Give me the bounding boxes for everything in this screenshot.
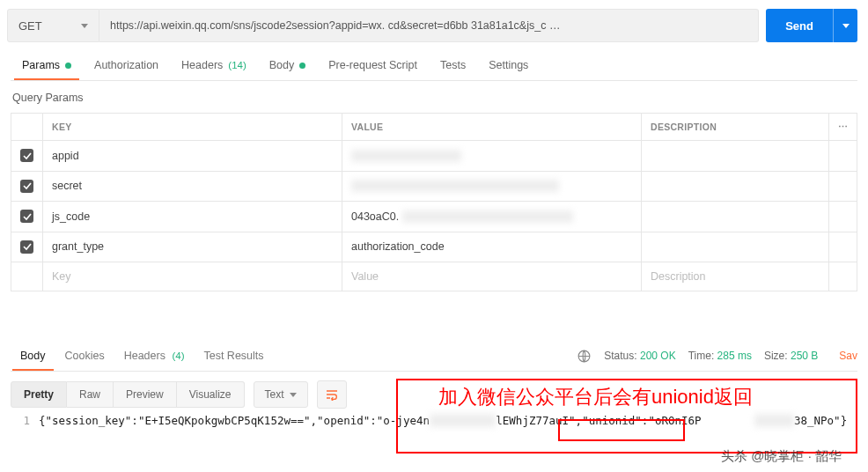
rtab-headers[interactable]: Headers (4) xyxy=(114,341,195,371)
size-block: Size: 250 B xyxy=(764,350,818,362)
highlight-box-outer xyxy=(396,379,857,454)
check-icon xyxy=(20,240,33,254)
table-row-new: Key Value Description xyxy=(11,262,857,291)
description-cell[interactable] xyxy=(642,232,829,262)
view-visualize[interactable]: Visualize xyxy=(177,381,245,408)
line-number: 1 xyxy=(11,414,39,427)
watermark: 头杀 @晓掌柜 · 韶华 xyxy=(721,448,842,465)
checkbox-cell[interactable] xyxy=(11,171,43,202)
table-header-row: KEY VALUE DESCRIPTION ⋯ xyxy=(11,114,857,141)
check-icon xyxy=(20,149,33,162)
tab-headers[interactable]: Headers (14) xyxy=(170,51,258,80)
more-cell xyxy=(828,232,857,262)
more-cell xyxy=(828,262,857,291)
headers-count: (14) xyxy=(228,60,246,70)
chevron-down-icon xyxy=(842,24,850,28)
table-row: secret 012345678901234567890123456789012… xyxy=(11,171,857,202)
status-label: Status: xyxy=(604,350,636,362)
url-text: https://api.weixin.qq.com/sns/jscode2ses… xyxy=(110,19,560,32)
time-label: Time: xyxy=(688,350,715,362)
url-input[interactable]: https://api.weixin.qq.com/sns/jscode2ses… xyxy=(99,9,759,42)
rtab-testresults[interactable]: Test Results xyxy=(194,341,273,371)
tab-label: Body xyxy=(269,59,295,71)
description-cell[interactable] xyxy=(642,171,829,202)
view-pretty[interactable]: Pretty xyxy=(11,381,67,408)
rtab-label: Headers xyxy=(124,350,166,362)
checkbox-cell xyxy=(11,262,43,291)
table-row: appid 012345678901234567 xyxy=(11,141,857,172)
request-bar: GET https://api.weixin.qq.com/sns/jscode… xyxy=(0,0,868,51)
check-icon xyxy=(20,180,33,193)
method-select[interactable]: GET xyxy=(7,9,99,42)
method-label: GET xyxy=(18,19,42,33)
tab-authorization[interactable]: Authorization xyxy=(83,51,170,80)
table-row: grant_type authorization_code xyxy=(11,232,857,262)
params-table: KEY VALUE DESCRIPTION ⋯ appid 0123456789… xyxy=(11,113,857,291)
description-cell[interactable] xyxy=(642,202,829,232)
response-status: Status: 200 OK Time: 285 ms Size: 250 B … xyxy=(577,349,857,364)
time-block: Time: 285 ms xyxy=(688,350,752,362)
rtab-body[interactable]: Body xyxy=(11,341,55,371)
view-raw[interactable]: Raw xyxy=(67,381,114,408)
checkbox-cell[interactable] xyxy=(11,141,43,172)
tab-label: Headers xyxy=(181,59,223,71)
size-label: Size: xyxy=(764,350,788,362)
check-icon xyxy=(20,210,33,223)
globe-icon[interactable] xyxy=(577,349,592,364)
type-label: Text xyxy=(265,388,284,401)
send-button-group: Send xyxy=(766,9,857,42)
value-cell[interactable]: 043oaC0. 0123456789012345678901234567 xyxy=(342,202,642,232)
line-wrap-button[interactable] xyxy=(317,380,347,409)
header-value: VALUE xyxy=(342,114,642,141)
method-url-group: GET https://api.weixin.qq.com/sns/jscode… xyxy=(7,9,759,42)
headers-count: (4) xyxy=(172,350,184,361)
key-cell[interactable]: appid xyxy=(43,141,342,172)
header-key: KEY xyxy=(43,114,342,141)
header-check xyxy=(11,114,43,141)
send-options-button[interactable] xyxy=(833,9,857,42)
json-text: {"session_key":"E+I5eQKpokgwbCP5qK152w==… xyxy=(39,414,430,427)
rtab-cookies[interactable]: Cookies xyxy=(55,341,114,371)
header-more[interactable]: ⋯ xyxy=(828,114,857,141)
size-value: 250 B xyxy=(791,350,818,362)
blurred-value: 0123456789012345678901234567890123 xyxy=(351,180,559,192)
value-cell[interactable]: 0123456789012345678901234567890123 xyxy=(342,171,642,202)
table-row: js_code 043oaC0. 01234567890123456789012… xyxy=(11,202,857,232)
more-cell xyxy=(828,171,857,202)
description-placeholder[interactable]: Description xyxy=(642,262,829,291)
tab-settings[interactable]: Settings xyxy=(477,51,540,80)
blurred-value: 0123456789012345678901234567 xyxy=(402,210,574,223)
active-dot-icon xyxy=(65,63,71,69)
status-value: 200 OK xyxy=(640,350,676,362)
tab-params[interactable]: Params xyxy=(11,51,83,80)
response-tabs: Body Cookies Headers (4) Test Results St… xyxy=(0,341,868,371)
blurred-value: 012345678901234567 xyxy=(351,150,461,162)
active-dot-icon xyxy=(299,63,305,69)
description-cell[interactable] xyxy=(642,141,829,172)
more-cell xyxy=(828,141,857,172)
tab-body[interactable]: Body xyxy=(258,51,318,80)
tab-prerequest[interactable]: Pre-request Script xyxy=(317,51,429,80)
header-description: DESCRIPTION xyxy=(642,114,829,141)
chevron-down-icon xyxy=(290,393,297,397)
divider xyxy=(11,371,857,372)
time-value: 285 ms xyxy=(717,350,752,362)
checkbox-cell[interactable] xyxy=(11,232,43,262)
value-cell[interactable]: authorization_code xyxy=(342,232,642,262)
request-tabs: Params Authorization Headers (14) Body P… xyxy=(0,51,868,80)
value-placeholder[interactable]: Value xyxy=(342,262,642,291)
body-type-select[interactable]: Text xyxy=(254,381,308,408)
key-cell[interactable]: secret xyxy=(43,171,342,202)
tab-tests[interactable]: Tests xyxy=(429,51,477,80)
send-button[interactable]: Send xyxy=(766,9,833,42)
status-block: Status: 200 OK xyxy=(604,350,675,362)
key-cell[interactable]: js_code xyxy=(43,202,342,232)
tab-label: Params xyxy=(22,59,60,71)
key-placeholder[interactable]: Key xyxy=(43,262,342,291)
value-cell[interactable]: 012345678901234567 xyxy=(342,141,642,172)
more-cell xyxy=(828,202,857,232)
view-preview[interactable]: Preview xyxy=(114,381,177,408)
save-response-link[interactable]: Sav xyxy=(839,350,857,362)
key-cell[interactable]: grant_type xyxy=(43,232,342,262)
checkbox-cell[interactable] xyxy=(11,202,43,232)
